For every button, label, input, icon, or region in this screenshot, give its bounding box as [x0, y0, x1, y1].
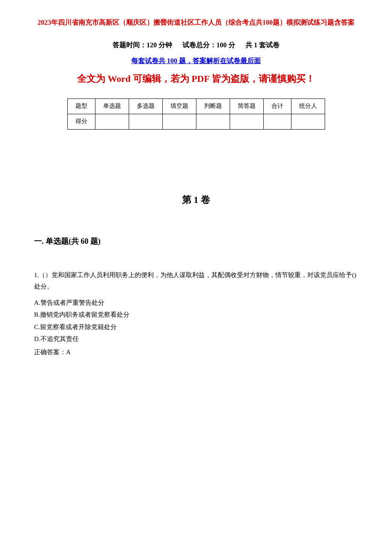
- row-label: 得分: [67, 114, 95, 129]
- score-table-header: 题型 单选题 多选题 填空题 判断题 简答题 合计 统分人: [67, 98, 325, 114]
- set-count-label: 共 1 套试卷: [245, 41, 280, 49]
- volume-label: 第 1 卷: [34, 194, 358, 206]
- score-table: 题型 单选题 多选题 填空题 判断题 简答题 合计 统分人 得分: [67, 98, 325, 130]
- highlight-text: 每套试卷共 100 题，答案解析在试卷最后面: [34, 57, 358, 66]
- scorer-name: [291, 114, 325, 129]
- short-score: [230, 114, 263, 129]
- question-1-option-b: B.撤销党内职务或者留党察看处分: [34, 309, 358, 321]
- score-label: 试卷总分：100 分: [182, 41, 235, 49]
- exam-info-line: 答题时间：120 分钟 试卷总分：100 分 共 1 套试卷: [34, 41, 358, 50]
- col-scorer: 统分人: [291, 98, 325, 114]
- col-multi: 多选题: [129, 98, 162, 114]
- warning-text: 全文为 Word 可编辑，若为 PDF 皆为盗版，请谨慎购买！: [34, 72, 358, 86]
- col-short: 简答题: [230, 98, 263, 114]
- single-score: [95, 114, 129, 129]
- col-single: 单选题: [95, 98, 129, 114]
- question-1-option-a: A.警告或者严重警告处分: [34, 297, 358, 309]
- score-table-row: 得分: [67, 114, 325, 129]
- judge-score: [196, 114, 230, 129]
- page-title: 2023年四川省南充市高新区（顺庆区）搬罾街道社区工作人员（综合考点共100题）…: [34, 17, 358, 28]
- time-label: 答题时间：120 分钟: [112, 41, 172, 49]
- question-1: 1.（）党和国家工作人员利用职务上的便利，为他人谋取利益，其配偶收受对方财物，情…: [34, 269, 358, 358]
- col-judge: 判断题: [196, 98, 230, 114]
- multi-score: [129, 114, 162, 129]
- question-1-option-c: C.留党察看或者开除党籍处分: [34, 321, 358, 333]
- fill-score: [162, 114, 196, 129]
- col-type: 题型: [67, 98, 95, 114]
- question-1-option-d: D.不追究其责任: [34, 333, 358, 345]
- col-total: 合计: [263, 98, 291, 114]
- question-1-text: 1.（）党和国家工作人员利用职务上的便利，为他人谋取利益，其配偶收受对方财物，情…: [34, 269, 358, 292]
- section-title: 一. 单选题(共 60 题): [34, 236, 358, 246]
- col-fill: 填空题: [162, 98, 196, 114]
- question-1-answer: 正确答案：A: [34, 346, 358, 358]
- total-score: [263, 114, 291, 129]
